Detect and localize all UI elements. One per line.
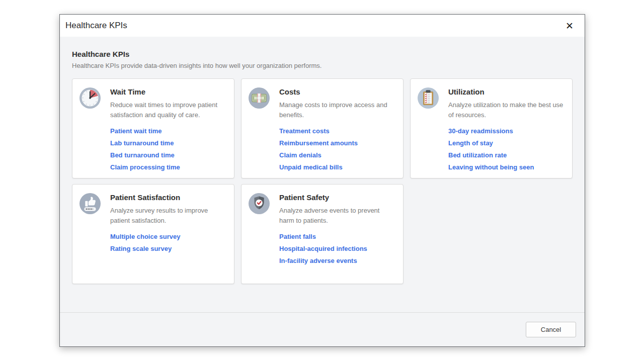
kpi-card-title: Costs — [279, 87, 396, 96]
kpi-link[interactable]: Unpaid medical bills — [279, 163, 396, 171]
kpi-link[interactable]: Rating scale survey — [110, 245, 227, 252]
dialog-footer: Cancel — [60, 312, 585, 346]
kpi-link[interactable]: Claim denials — [279, 151, 396, 159]
kpi-link[interactable]: Multiple choice survey — [110, 233, 227, 240]
kpi-link[interactable]: Length of stay — [448, 139, 565, 147]
kpi-link[interactable]: Leaving without being seen — [448, 163, 565, 171]
page-title: Healthcare KPIs — [72, 50, 573, 58]
kpi-card-costs: Costs Manage costs to improve access and… — [241, 78, 404, 178]
kpi-link[interactable]: In-facility adverse events — [279, 257, 396, 264]
kpi-card-wait-time: Wait Time Reduce wait times to improve p… — [72, 78, 234, 178]
kpi-card-description: Analyze utilization to make the best use… — [448, 100, 565, 120]
kpi-link[interactable]: Hospital-acquired infections — [279, 245, 396, 252]
kpi-link[interactable]: Treatment costs — [279, 127, 396, 135]
page-subtitle: Healthcare KPIs provide data-driven insi… — [72, 62, 573, 69]
kpi-link[interactable]: Patient wait time — [110, 127, 227, 135]
kpi-link[interactable]: Reimbursement amounts — [279, 139, 396, 147]
kpi-link-list: Patient wait timeLab turnaround timeBed … — [110, 127, 227, 171]
kpi-card-description: Analyze adverse events to prevent harm t… — [279, 206, 396, 226]
kpi-link[interactable]: Bed turnaround time — [110, 151, 227, 159]
dialog-titlebar: Healthcare KPIs ✕ — [60, 15, 585, 37]
shield-check-icon — [248, 193, 270, 215]
clipboard-checklist-icon — [417, 87, 439, 109]
kpi-card-patient-safety: Patient Safety Analyze adverse events to… — [241, 184, 404, 284]
thumbs-up-rating-icon — [79, 193, 101, 215]
kpi-link-list: 30-day readmissionsLength of stayBed uti… — [448, 127, 565, 171]
kpi-link[interactable]: 30-day readmissions — [448, 127, 565, 135]
kpi-card-description: Reduce wait times to improve patient sat… — [110, 100, 227, 120]
kpi-link-list: Patient fallsHospital-acquired infection… — [279, 233, 396, 264]
kpi-link-list: Treatment costsReimbursement amountsClai… — [279, 127, 396, 171]
kpi-card-utilization: Utilization Analyze utilization to make … — [410, 78, 573, 178]
kpi-card-title: Patient Safety — [279, 193, 396, 202]
kpi-card-description: Analyze survey results to improve patien… — [110, 206, 227, 226]
kpi-link[interactable]: Patient falls — [279, 233, 396, 240]
kpi-link-list: Multiple choice surveyRating scale surve… — [110, 233, 227, 252]
kpi-card-description: Manage costs to improve access and benef… — [279, 100, 396, 120]
kpi-link[interactable]: Bed utilization rate — [448, 151, 565, 159]
close-icon[interactable]: ✕ — [562, 19, 577, 33]
kpi-card-title: Patient Satisfaction — [110, 193, 227, 202]
kpi-link[interactable]: Claim processing time — [110, 163, 227, 171]
dialog-title: Healthcare KPIs — [65, 21, 127, 31]
cancel-button[interactable]: Cancel — [526, 322, 576, 337]
clock-icon — [79, 87, 101, 109]
healthcare-kpis-dialog: Healthcare KPIs ✕ Healthcare KPIs Health… — [59, 14, 585, 347]
money-icon — [248, 87, 270, 109]
kpi-card-grid: Wait Time Reduce wait times to improve p… — [72, 78, 573, 284]
dialog-body: Healthcare KPIs Healthcare KPIs provide … — [60, 37, 585, 312]
kpi-card-patient-satisfaction: Patient Satisfaction Analyze survey resu… — [72, 184, 234, 284]
kpi-card-title: Wait Time — [110, 87, 227, 96]
kpi-card-title: Utilization — [448, 87, 565, 96]
kpi-link[interactable]: Lab turnaround time — [110, 139, 227, 147]
